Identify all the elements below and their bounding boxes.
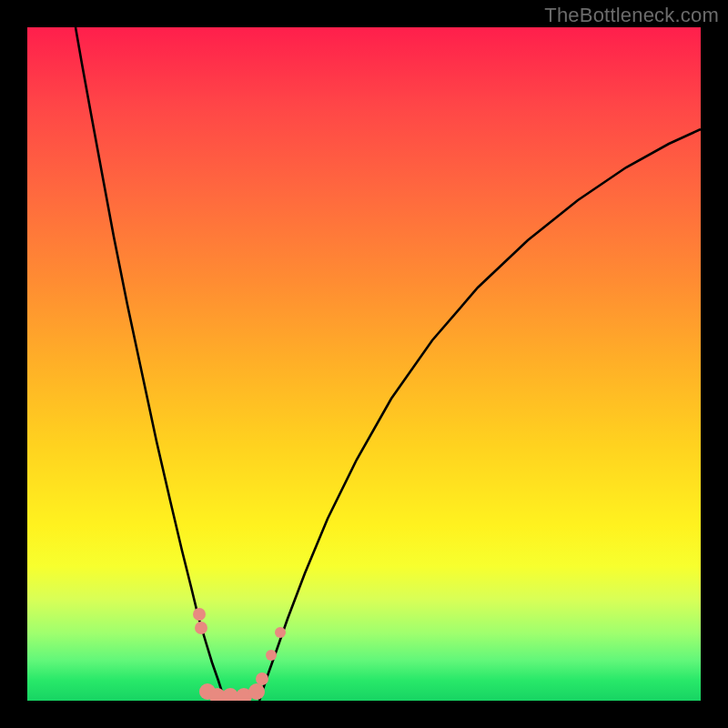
data-marker [248,683,265,700]
left-branch-path [76,27,225,701]
marker-group [193,608,286,701]
right-branch-path [259,129,701,701]
curve-svg [27,27,701,701]
chart-frame: TheBottleneck.com [0,0,728,728]
data-marker [193,608,206,621]
data-marker [266,650,277,661]
data-marker [275,627,286,638]
plot-area [27,27,701,701]
data-marker [256,672,268,685]
data-marker [195,622,207,634]
watermark-text: TheBottleneck.com [544,4,719,27]
